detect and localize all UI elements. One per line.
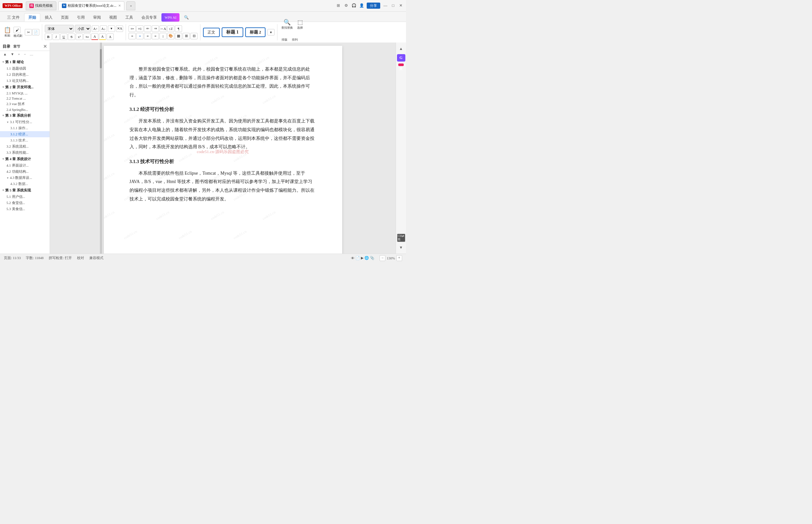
lang-switch-btn[interactable]: CH⇌简 [397, 234, 405, 242]
paste-btn[interactable]: 📋 粘贴 [3, 25, 12, 39]
find-replace-btn[interactable]: 🔍 查找替换 [280, 18, 294, 32]
italic-btn[interactable]: I [52, 33, 60, 40]
user-icon[interactable]: 👤 [359, 3, 364, 9]
text-direction-btn[interactable]: ↔A [160, 26, 167, 32]
menu-tab-tools[interactable]: 工具 [121, 13, 137, 21]
style-expand-btn[interactable]: ▾ [267, 29, 275, 35]
sidebar-nav-add[interactable]: + [17, 52, 21, 57]
indent-increase-btn[interactable]: ⇒ [152, 26, 159, 32]
document-content[interactable]: 整开发校园食堂订餐系统。此外，校园食堂订餐系统在功能上，基本都是完成信息的处理，… [130, 65, 316, 203]
subscript-btn[interactable]: x₂ [83, 33, 90, 40]
align-center-btn[interactable]: ≡ [136, 33, 144, 39]
indent-decrease-btn[interactable]: ⇐ [144, 26, 151, 32]
sort-btn[interactable]: ↕Z [167, 26, 174, 32]
sidebar-item-s11[interactable]: 1.1 选题动因 [0, 65, 50, 71]
maximize-btn[interactable]: □ [391, 3, 396, 9]
sidebar-chapters-tab[interactable]: 章节 [12, 44, 21, 49]
sidebar-item-s24[interactable]: 2.4 SpringBo... [0, 107, 50, 112]
menu-tab-file[interactable]: 三 文件 [3, 13, 23, 21]
sidebar-nav-remove[interactable]: − [22, 52, 27, 57]
sidebar-item-s23[interactable]: 2.3 vue 技术 [0, 101, 50, 107]
sidebar-item-s12[interactable]: 1.2 目的和意... [0, 71, 50, 78]
sidebar-item-ch5[interactable]: ▼ 第 5 章 系统实现 [0, 187, 50, 194]
menu-tab-start[interactable]: 开始 [24, 13, 40, 21]
sidebar-nav-more[interactable]: … [28, 52, 34, 57]
tab-find-template[interactable]: 找 找稿壳模板 [26, 1, 56, 10]
scroll-down-btn[interactable]: ▼ [397, 243, 405, 252]
strikethrough-btn[interactable]: S [68, 33, 75, 40]
sidebar-item-s311[interactable]: 3.1.1 操作... [0, 125, 50, 131]
scroll-thumb[interactable] [100, 49, 102, 68]
border-btn[interactable]: ▦ [175, 33, 182, 39]
underline-btn[interactable]: U [60, 33, 67, 40]
menu-tab-review[interactable]: 审阅 [89, 13, 105, 21]
sidebar-item-s33[interactable]: 3.3 系统性能... [0, 149, 50, 155]
window-icon[interactable]: ⊞ [336, 3, 341, 9]
sidebar-item-ch4[interactable]: ▼ 第 4 章 系统设计 [0, 155, 50, 162]
title1-style-btn[interactable]: 标题 1 [222, 28, 243, 37]
align-right-btn[interactable]: ≡ [144, 33, 151, 39]
font-increase-btn[interactable]: A↑ [92, 26, 99, 32]
clip-icon[interactable]: 📎 [370, 256, 375, 260]
sidebar-item-s432[interactable]: 4.3.2 数据... [0, 181, 50, 187]
align-left-btn[interactable]: ≡ [129, 33, 136, 39]
table-split-btn[interactable]: ⊟ [190, 33, 198, 39]
menu-tab-view[interactable]: 视图 [105, 13, 121, 21]
page-icon[interactable]: 📄 [355, 256, 360, 260]
select-btn[interactable]: ⬚ 选择 [296, 18, 304, 32]
shading-btn[interactable]: 🎨 [167, 33, 174, 39]
line-spacing-btn[interactable]: ↕ [160, 33, 167, 39]
tab-document[interactable]: W 校园食堂订餐系统boot论文.dc... ✕ [58, 1, 125, 10]
clear-format-btn[interactable]: ✕A [116, 26, 123, 32]
headset-icon[interactable]: 🎧 [351, 3, 357, 9]
superscript-btn[interactable]: x² [76, 33, 83, 40]
font-decrease-btn[interactable]: A↓ [100, 26, 107, 32]
web-icon[interactable]: 🌐 [364, 256, 369, 260]
document-area[interactable]: code51.cn code51.cn code51.cn code51.cn … [50, 43, 396, 253]
menu-tab-cite[interactable]: 引用 [73, 13, 88, 21]
text-shade-btn[interactable]: A [107, 33, 114, 40]
para-mark-btn[interactable]: ¶ [175, 26, 182, 32]
align-justify-btn[interactable]: ≡ [152, 33, 159, 39]
menu-tab-search[interactable]: 🔍 [180, 13, 193, 21]
list-bullet-btn[interactable]: ≡• [129, 26, 136, 32]
font-color-btn[interactable]: A [91, 33, 98, 40]
sidebar-item-s312[interactable]: 3.1.2 经济... [0, 131, 50, 137]
sidebar-nav-up[interactable]: ▲ [2, 52, 8, 57]
wps-ai-chat-btn[interactable]: G [397, 54, 405, 62]
menu-tab-insert[interactable]: 插入 [41, 13, 56, 21]
sidebar-item-s41[interactable]: 4.1 界面设计... [0, 162, 50, 168]
highlight-btn[interactable]: A [99, 33, 106, 40]
scroll-up-btn[interactable]: ▲ [397, 45, 405, 53]
copy-btn[interactable]: 📄 [32, 29, 39, 35]
sidebar-item-s13[interactable]: 1.3 论文结构... [0, 78, 50, 84]
menu-tab-wpsai[interactable]: WPS AI [162, 13, 180, 21]
eye-icon[interactable]: 👁 [351, 256, 354, 260]
sidebar-close-btn[interactable]: ✕ [43, 44, 47, 49]
play-icon[interactable]: ▶ [361, 256, 363, 260]
font-format-btn[interactable]: ▾ [108, 26, 115, 32]
menu-tab-page[interactable]: 页面 [57, 13, 72, 21]
spell-check[interactable]: 拼写检查: 打开 [49, 256, 72, 260]
paper-check-badge[interactable]: 论文查重 [398, 64, 404, 66]
sidebar-nav-down[interactable]: ▼ [9, 52, 15, 57]
menu-tab-vip[interactable]: 会员专享 [137, 13, 161, 21]
bold-btn[interactable]: B [45, 33, 52, 40]
sidebar-item-ch3[interactable]: ▼ 第 3 章 系统分析 [0, 112, 50, 119]
minimize-btn[interactable]: — [383, 3, 388, 9]
title2-style-btn[interactable]: 标题 2 [245, 28, 266, 37]
zoom-out-btn[interactable]: − [380, 255, 385, 261]
close-btn[interactable]: ✕ [398, 3, 403, 9]
sidebar-item-s32[interactable]: 3.2 系统流程... [0, 143, 50, 149]
sidebar-item-ch2[interactable]: ▼ 第 2 章 开发环境... [0, 84, 50, 91]
cut-btn[interactable]: ✂ [25, 29, 32, 35]
sidebar-item-s51[interactable]: 5.1 用户信... [0, 194, 50, 200]
list-num-btn[interactable]: ≡1 [136, 26, 144, 32]
share-button[interactable]: 分享 [367, 3, 380, 9]
settings-icon[interactable]: ⚙ [344, 3, 349, 9]
format-brush-btn[interactable]: 🖌 [14, 27, 21, 33]
sidebar-item-s31[interactable]: ▼ 3.1 可行性分... [0, 119, 50, 125]
sidebar-item-s42[interactable]: 4.2 功能结构... [0, 168, 50, 175]
sidebar-item-s53[interactable]: 5.3 美食信... [0, 206, 50, 212]
sidebar-item-s21[interactable]: 2.1 MYSQL ... [0, 91, 50, 96]
